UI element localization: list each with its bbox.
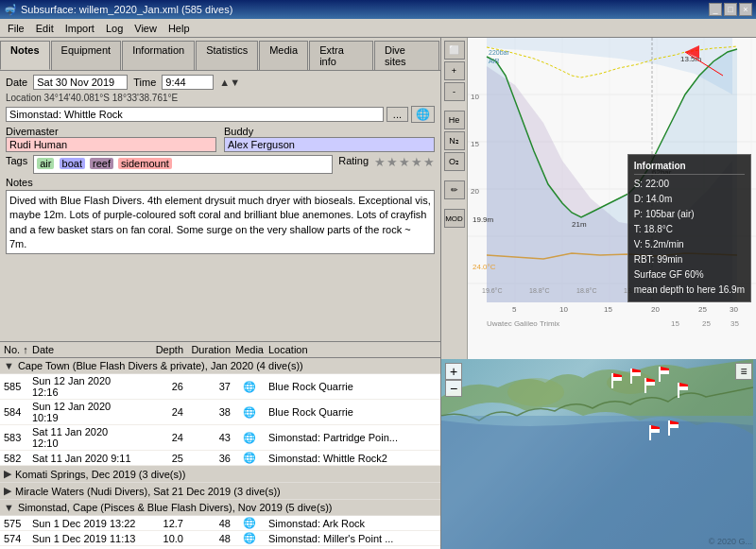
time-input[interactable] (162, 75, 214, 90)
globe-button[interactable]: 🌐 (411, 106, 435, 123)
star-5[interactable]: ★ (423, 155, 435, 169)
group-miracle-dec2019[interactable]: ▶ Miracle Waters (Nudi Divers), Sat 21 D… (0, 483, 440, 500)
toolbar-mod-button[interactable]: MOD (444, 209, 465, 228)
dive-media: 🌐 (231, 517, 268, 529)
tab-statistics[interactable]: Statistics (196, 41, 258, 70)
coord-row: Location 34°14'40.081°S 18°33'38.761°E (6, 93, 435, 103)
svg-text:19.6°C: 19.6°C (482, 287, 502, 294)
dive-duration: 43 (183, 432, 231, 443)
dive-row-575[interactable]: 575 Sun 1 Dec 2019 13:22 12.7 48 🌐 Simon… (0, 516, 440, 531)
toolbar-o2-button[interactable]: O₂ (444, 152, 465, 171)
dive-location: Simonstad: Ark Rock (268, 518, 437, 529)
svg-text:21m: 21m (572, 220, 587, 229)
header-duration[interactable]: Duration (183, 344, 231, 355)
star-3[interactable]: ★ (399, 155, 410, 169)
profile-wrapper: 10 15 20 (468, 38, 756, 359)
menu-view[interactable]: View (129, 21, 163, 36)
tab-extra-info[interactable]: Extra info (309, 41, 373, 70)
svg-text:15: 15 (471, 140, 479, 148)
svg-text:Uwatec Galileo Trimix: Uwatec Galileo Trimix (487, 319, 559, 328)
toolbar-pencil-button[interactable]: ✏ (444, 180, 465, 199)
dive-row-585[interactable]: 585 Sun 12 Jan 2020 12:16 26 37 🌐 Blue R… (0, 374, 440, 400)
menu-edit[interactable]: Edit (30, 21, 60, 36)
location-row: ... 🌐 (6, 106, 435, 123)
menu-file[interactable]: File (2, 21, 30, 36)
time-spinner[interactable]: ▲▼ (219, 77, 240, 88)
location-input[interactable] (6, 107, 384, 122)
info-box-title: Information (634, 159, 745, 175)
svg-text:25: 25 (702, 319, 711, 328)
group-expand-icon: ▶ (4, 485, 11, 497)
zoom-out-button[interactable]: − (445, 380, 462, 397)
date-input[interactable] (33, 75, 128, 90)
menu-log[interactable]: Log (100, 21, 129, 36)
toolbar-he-button[interactable]: He (444, 111, 465, 129)
svg-point-41 (507, 378, 564, 406)
info-box: Information S: 22:00 D: 14.0m P: 105bar … (627, 154, 751, 302)
tags-box[interactable]: air boat reef sidemount (33, 155, 333, 174)
dive-row-583[interactable]: 583 Sat 11 Jan 2020 12:10 24 43 🌐 Simons… (0, 425, 440, 451)
tab-dive-sites[interactable]: Dive sites (374, 41, 439, 70)
toolbar-zoom-out-button[interactable]: - (444, 82, 465, 101)
divemaster-section: Divemaster (6, 126, 216, 152)
notes-label: Notes (6, 177, 435, 188)
tab-notes[interactable]: Notes (0, 41, 50, 70)
dive-no: 585 (4, 381, 32, 392)
divemaster-buddy-row: Divemaster Buddy (6, 126, 435, 152)
header-date[interactable]: Date (32, 344, 136, 355)
group-expand-icon: ▼ (4, 360, 14, 371)
svg-text:10: 10 (471, 93, 479, 101)
dive-row-582[interactable]: 582 Sat 11 Jan 2020 9:11 25 36 🌐 Simonst… (0, 451, 440, 466)
star-1[interactable]: ★ (374, 155, 386, 169)
menu-bar: File Edit Import Log View Help (0, 19, 756, 38)
toolbar-zoom-in-button[interactable]: + (444, 61, 465, 80)
dive-date: Sat 11 Jan 2020 9:11 (32, 453, 136, 464)
dive-row-574[interactable]: 574 Sun 1 Dec 2019 11:13 10.0 48 🌐 Simon… (0, 531, 440, 546)
map-menu-button[interactable]: ≡ (735, 363, 752, 380)
zoom-in-button[interactable]: + (445, 363, 462, 380)
date-label: Date (6, 77, 27, 88)
header-location[interactable]: Location (268, 344, 437, 355)
maximize-button[interactable]: □ (724, 3, 737, 16)
svg-text:35: 35 (730, 319, 739, 328)
notes-textarea[interactable]: Dived with Blue Flash Divers. 4th elemen… (6, 190, 435, 254)
dive-no: 574 (4, 533, 32, 544)
map-watermark: © 2020 G... (709, 537, 752, 546)
close-button[interactable]: × (739, 3, 752, 16)
tags-rating-row: Tags air boat reef sidemount Rating ★ ★ … (6, 155, 435, 174)
dive-media: 🌐 (231, 452, 268, 464)
star-2[interactable]: ★ (387, 155, 398, 169)
header-depth[interactable]: Depth (136, 344, 183, 355)
tag-boat: boat (60, 158, 85, 169)
svg-text:30: 30 (730, 305, 738, 314)
toolbar-n2-button[interactable]: N₂ (444, 131, 465, 150)
dive-date: Sun 1 Dec 2019 13:22 (32, 518, 136, 529)
menu-import[interactable]: Import (60, 21, 100, 36)
star-rating[interactable]: ★ ★ ★ ★ ★ (374, 155, 435, 169)
buddy-input[interactable] (224, 137, 435, 152)
dive-row-584[interactable]: 584 Sun 12 Jan 2020 10:19 24 38 🌐 Blue R… (0, 400, 440, 425)
menu-help[interactable]: Help (163, 21, 196, 36)
dive-duration: 48 (183, 533, 231, 544)
dive-date: Sun 12 Jan 2020 12:16 (32, 375, 136, 398)
profile-toolbar: ⬜ + - He N₂ O₂ ✏ MOD (441, 38, 468, 359)
location-browse-button[interactable]: ... (387, 107, 408, 122)
minimize-button[interactable]: _ (709, 3, 722, 16)
tab-information[interactable]: Information (122, 41, 195, 70)
group-komati-dec2019[interactable]: ▶ Komati Springs, Dec 2019 (3 dive(s)) (0, 466, 440, 483)
divemaster-input[interactable] (6, 137, 216, 152)
dive-depth: 25 (136, 453, 183, 464)
toolbar-fit-button[interactable]: ⬜ (444, 41, 465, 60)
dive-list-container[interactable]: No. ↑ Date Depth Duration Media Location… (0, 341, 440, 549)
map-background: + − ≡ © 2020 G... (441, 359, 756, 549)
header-media[interactable]: Media (231, 344, 268, 355)
notes-panel: Date Time ▲▼ Location 34°14'40.081°S 18°… (0, 71, 440, 341)
group-cape-town-jan2020[interactable]: ▼ Cape Town (Blue Flash Divers & private… (0, 358, 440, 374)
window-title: Subsurface: willem_2020_Jan.xml (585 div… (21, 4, 232, 15)
group-simonstad-nov2019[interactable]: ▼ Simonstad, Cape (Pisces & Blue Flash D… (0, 500, 440, 516)
zoom-controls: + − (445, 363, 462, 397)
rating-label: Rating (338, 155, 369, 166)
star-4[interactable]: ★ (411, 155, 422, 169)
tab-media[interactable]: Media (259, 41, 308, 70)
tab-equipment[interactable]: Equipment (51, 41, 122, 70)
